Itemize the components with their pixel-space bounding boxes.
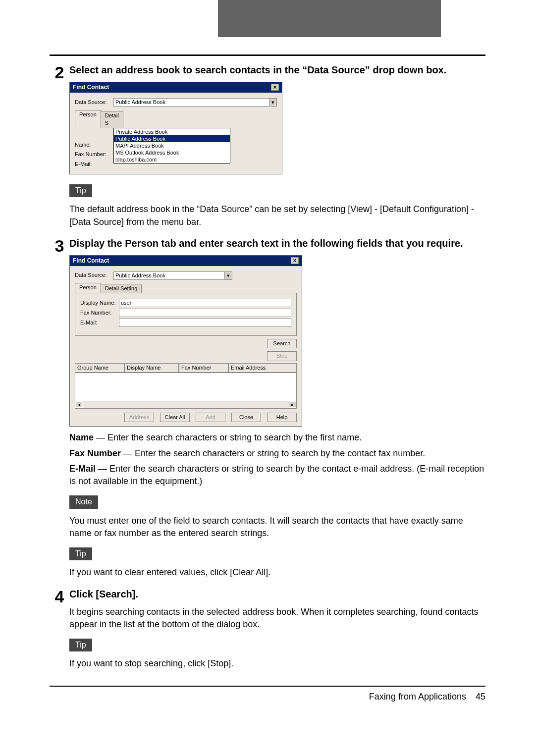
col-emailaddress[interactable]: Email Address bbox=[228, 363, 297, 373]
datasource-select[interactable]: Public Address Book ▾ bbox=[113, 271, 232, 280]
email-label: E-Mail: bbox=[80, 319, 119, 326]
page-footer: Faxing from Applications 45 bbox=[0, 686, 535, 723]
fax-input[interactable] bbox=[119, 309, 291, 317]
header-grey-block bbox=[218, 0, 441, 37]
clearall-button[interactable]: Clear All bbox=[160, 413, 190, 422]
step-number: 4 bbox=[50, 588, 69, 605]
field-desc-fax: Fax Number — Enter the search characters… bbox=[69, 447, 485, 460]
find-contact-dialog-1: Find Contact × Data Source: Public Addre… bbox=[69, 82, 282, 174]
field-desc-email: E-Mail — Enter the search characters or … bbox=[69, 463, 485, 487]
email-input[interactable] bbox=[119, 319, 291, 327]
tip-text: If you want to stop searching, click [St… bbox=[69, 657, 485, 670]
scroll-right-icon[interactable]: ▸ bbox=[289, 401, 296, 408]
col-faxnumber[interactable]: Fax Number bbox=[179, 363, 228, 373]
col-displayname[interactable]: Display Name bbox=[124, 363, 179, 373]
datasource-select[interactable]: Public Address Book ▾ bbox=[113, 98, 277, 107]
chevron-down-icon: ▾ bbox=[224, 272, 232, 279]
footer-rule bbox=[50, 686, 485, 687]
fax-label: Fax Number: bbox=[75, 151, 113, 158]
tab-person[interactable]: Person bbox=[75, 283, 101, 293]
displayname-input[interactable]: user bbox=[119, 299, 291, 307]
displayname-label: Display Name: bbox=[80, 299, 119, 307]
tip-text: The default address book in the “Data So… bbox=[69, 203, 485, 228]
add-button[interactable]: Add bbox=[196, 413, 225, 422]
chevron-down-icon: ▾ bbox=[269, 99, 276, 106]
dropdown-item[interactable]: Private Address Book bbox=[114, 128, 230, 135]
step4-body: It begins searching contacts in the sele… bbox=[69, 606, 485, 631]
tip-badge: Tip bbox=[69, 639, 92, 651]
step-title: Click [Search]. bbox=[69, 587, 485, 601]
results-header: Group Name Display Name Fax Number Email… bbox=[75, 363, 297, 373]
step-number: 3 bbox=[50, 237, 69, 254]
search-button[interactable]: Search bbox=[267, 339, 297, 348]
top-rule bbox=[50, 54, 485, 56]
name-label: Name: bbox=[75, 141, 113, 149]
horizontal-scrollbar[interactable]: ◂ ▸ bbox=[75, 401, 297, 409]
dialog-title: Find Contact bbox=[73, 257, 109, 265]
tip-text: If you want to clear entered values, cli… bbox=[69, 566, 485, 579]
tip-badge: Tip bbox=[69, 547, 92, 560]
tab-person[interactable]: Person bbox=[75, 110, 101, 128]
page-number: 45 bbox=[476, 692, 485, 702]
datasource-label: Data Source: bbox=[75, 99, 113, 106]
step-title: Select an address book to search contact… bbox=[69, 63, 485, 77]
find-contact-dialog-2: Find Contact × Data Source: Public Addre… bbox=[69, 255, 302, 427]
close-button[interactable]: Close bbox=[231, 413, 261, 422]
dialog-titlebar: Find Contact × bbox=[70, 256, 302, 266]
note-badge: Note bbox=[69, 495, 98, 508]
note-text: You must enter one of the field to searc… bbox=[69, 515, 485, 540]
step-3: 3 Display the Person tab and enter searc… bbox=[50, 236, 485, 582]
step-title: Display the Person tab and enter search … bbox=[69, 236, 485, 250]
scroll-left-icon[interactable]: ◂ bbox=[75, 401, 83, 408]
dialog-title: Find Contact bbox=[73, 83, 109, 92]
tab-detail[interactable]: Detail Setting bbox=[101, 284, 142, 293]
results-list[interactable] bbox=[75, 373, 297, 401]
step-number: 2 bbox=[50, 64, 69, 81]
stop-button[interactable]: Stop bbox=[267, 351, 297, 361]
tip-badge: Tip bbox=[69, 184, 92, 197]
header-bar bbox=[0, 0, 535, 37]
datasource-label: Data Source: bbox=[75, 271, 113, 279]
footer-text: Faxing from Applications bbox=[369, 692, 466, 702]
email-label: E-Mail: bbox=[75, 161, 113, 168]
col-groupname[interactable]: Group Name bbox=[75, 363, 124, 373]
address-button[interactable]: Address bbox=[124, 413, 154, 422]
dialog-titlebar: Find Contact × bbox=[70, 82, 282, 93]
fax-label: Fax Number: bbox=[80, 309, 119, 317]
close-icon[interactable]: × bbox=[271, 84, 279, 91]
help-button[interactable]: Help bbox=[267, 413, 297, 422]
field-desc-name: Name — Enter the search characters or st… bbox=[69, 432, 485, 444]
step-2: 2 Select an address book to search conta… bbox=[50, 63, 485, 231]
close-icon[interactable]: × bbox=[291, 257, 299, 264]
step-4: 4 Click [Search]. It begins searching co… bbox=[50, 587, 485, 673]
